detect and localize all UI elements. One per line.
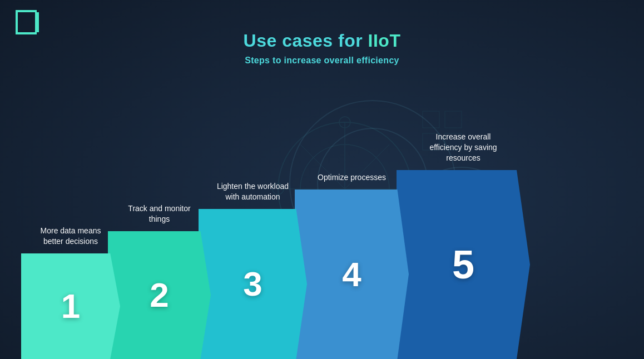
steps-container: More data means better decisions 1 Track… [0, 98, 644, 359]
logo-bracket [16, 10, 37, 34]
step-5: Increase overall efficiency by saving re… [397, 132, 530, 359]
step-3: Lighten the workload with automation 3 [199, 181, 307, 359]
subtitle: Steps to increase overall efficiency [244, 56, 401, 66]
step-4: Optimize processes 4 [295, 172, 409, 359]
title-highlight: IIoT [368, 31, 401, 51]
step-2-label: Track and monitor things [119, 203, 200, 225]
page-container: Use cases for IIoT Steps to increase ove… [0, 0, 644, 359]
step-3-label: Lighten the workload with automation [212, 181, 293, 202]
step-3-number: 3 [243, 267, 262, 301]
step-1: More data means better decisions 1 [21, 226, 120, 359]
step-2-arrow: 2 [108, 231, 211, 359]
header: Use cases for IIoT Steps to increase ove… [244, 31, 401, 66]
step-2-number: 2 [150, 278, 169, 312]
step-4-label: Optimize processes [311, 172, 392, 183]
step-4-number: 4 [342, 257, 361, 292]
step-1-arrow: 1 [21, 253, 120, 359]
step-5-label: Increase overall efficiency by saving re… [420, 132, 507, 163]
step-4-arrow: 4 [295, 190, 409, 359]
logo [16, 10, 39, 34]
step-2: Track and monitor things 2 [108, 203, 211, 359]
main-title: Use cases for IIoT [244, 31, 401, 51]
step-1-number: 1 [61, 289, 80, 323]
step-5-number: 5 [452, 245, 474, 285]
step-1-label: More data means better decisions [31, 226, 111, 247]
title-plain: Use cases for [244, 31, 368, 51]
step-3-arrow: 3 [199, 209, 307, 359]
logo-i-bar [35, 12, 39, 32]
step-5-arrow: 5 [397, 170, 530, 359]
